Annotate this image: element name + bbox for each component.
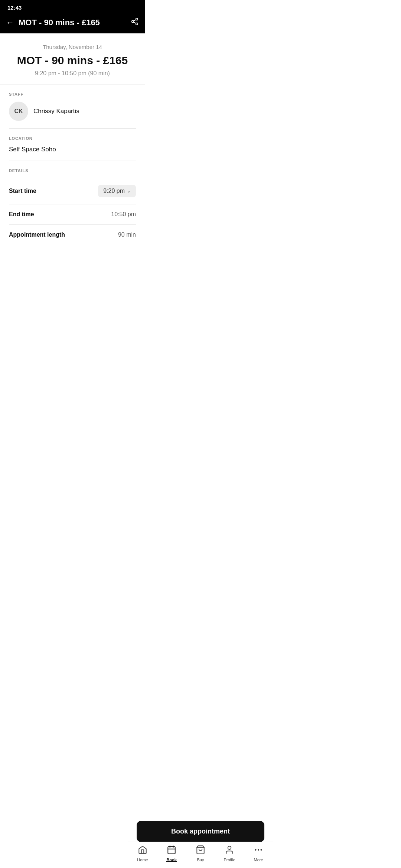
appointment-time: 9:20 pm - 10:50 pm (90 min) [9, 70, 136, 77]
staff-avatar: CK [9, 102, 28, 121]
staff-section: STAFF CK Chrissy Kapartis [0, 85, 145, 128]
appointment-length-row: Appointment length 90 min [9, 225, 136, 245]
appointment-length-value: 90 min [118, 231, 136, 238]
content: Thursday, November 14 MOT - 90 mins - £1… [0, 33, 145, 290]
staff-section-label: STAFF [9, 92, 136, 96]
start-time-value: 9:20 pm [103, 188, 125, 194]
header-left: ← MOT - 90 mins - £165 [6, 18, 100, 27]
end-time-label: End time [9, 211, 34, 218]
start-time-label: Start time [9, 188, 36, 194]
end-time-row: End time 10:50 pm [9, 204, 136, 225]
details-section-label: DETAILS [9, 168, 136, 173]
appointment-title: MOT - 90 mins - £165 [9, 54, 136, 67]
header: ← MOT - 90 mins - £165 [0, 14, 145, 33]
status-bar: 12:43 [0, 0, 145, 14]
staff-initials: CK [14, 108, 23, 115]
appointment-length-label: Appointment length [9, 231, 65, 238]
status-time: 12:43 [7, 4, 22, 11]
staff-row: CK Chrissy Kapartis [9, 102, 136, 128]
header-title: MOT - 90 mins - £165 [19, 18, 100, 27]
share-icon[interactable] [131, 17, 139, 27]
svg-line-3 [134, 22, 136, 23]
start-time-row: Start time 9:20 pm ⌄ [9, 178, 136, 204]
end-time-value: 10:50 pm [111, 211, 136, 218]
location-value: Self Space Soho [9, 146, 136, 161]
staff-name: Chrissy Kapartis [33, 108, 79, 115]
appointment-header: Thursday, November 14 MOT - 90 mins - £1… [0, 33, 145, 85]
back-button[interactable]: ← [6, 18, 14, 27]
location-section: LOCATION Self Space Soho [0, 129, 145, 161]
details-section: DETAILS Start time 9:20 pm ⌄ End time 10… [0, 161, 145, 245]
location-section-label: LOCATION [9, 136, 136, 141]
appointment-date: Thursday, November 14 [9, 44, 136, 50]
chevron-down-icon: ⌄ [127, 188, 131, 194]
start-time-dropdown[interactable]: 9:20 pm ⌄ [98, 185, 136, 197]
svg-line-4 [134, 20, 136, 21]
